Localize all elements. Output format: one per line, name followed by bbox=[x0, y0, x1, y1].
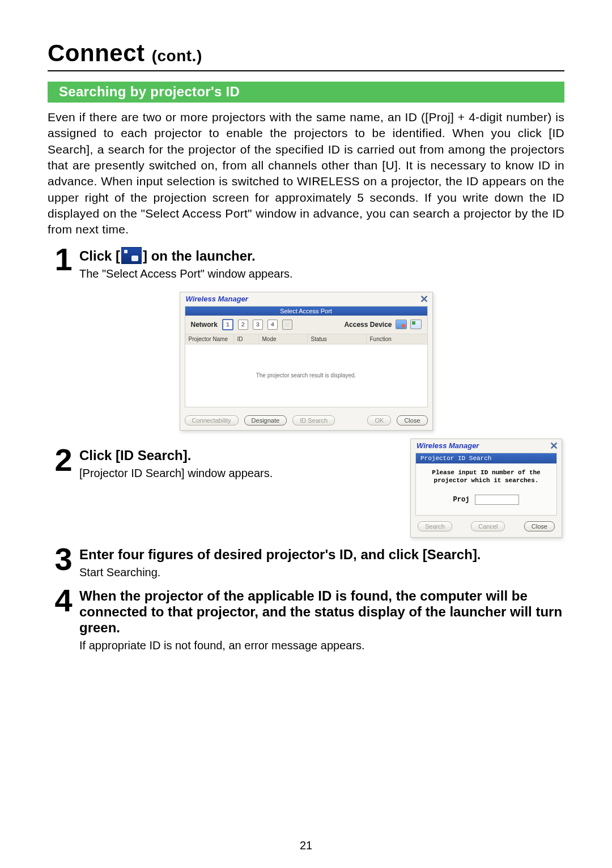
close-icon[interactable]: ✕ bbox=[418, 293, 431, 305]
step-3: 3 Enter four figures of desired projecto… bbox=[48, 546, 564, 579]
intro-paragraph: Even if there are two or more projectors… bbox=[48, 109, 564, 238]
sap-button-row: Connectability Designate ID Search OK Cl… bbox=[180, 412, 432, 430]
sap-network-row: Network 1 2 3 4 U Access Device bbox=[185, 316, 427, 334]
pid-input-row: Proj bbox=[416, 487, 556, 515]
page-number: 21 bbox=[300, 839, 312, 852]
pid-titlebar: Wireless Manager ✕ bbox=[411, 439, 562, 453]
step-4-head: When the projector of the applicable ID … bbox=[79, 588, 564, 636]
step-number-1: 1 bbox=[48, 246, 79, 273]
sap-pane-title: Select Access Port bbox=[185, 307, 427, 316]
sap-access-device-right: Access Device bbox=[344, 320, 421, 329]
step-1-body: Click [] on the launcher. The "Select Ac… bbox=[79, 246, 564, 280]
col-id: ID bbox=[234, 334, 259, 344]
col-function: Function bbox=[367, 334, 418, 344]
select-access-port-window: Wireless Manager ✕ Select Access Port Ne… bbox=[180, 292, 433, 431]
title-main: Connect bbox=[48, 40, 145, 66]
projector-id-field[interactable] bbox=[475, 495, 519, 505]
access-device-label: Access Device bbox=[344, 321, 392, 329]
step-3-desc: Start Searching. bbox=[79, 566, 564, 579]
step-2-desc: [Projector ID Search] window appears. bbox=[79, 467, 399, 480]
sap-pane: Select Access Port Network 1 2 3 4 U Acc… bbox=[185, 306, 428, 407]
pid-pane-title: Projector ID Search bbox=[416, 453, 556, 463]
step-4-desc: If appropriate ID is not found, an error… bbox=[79, 639, 564, 652]
pid-manager-label: Wireless Manager bbox=[416, 441, 479, 450]
access-device-a-icon[interactable] bbox=[396, 320, 407, 329]
step-1: 1 Click [] on the launcher. The "Select … bbox=[48, 246, 564, 280]
title-cont: (cont.) bbox=[152, 47, 202, 65]
launcher-icon bbox=[121, 247, 142, 264]
step-4: 4 When the projector of the applicable I… bbox=[48, 587, 564, 652]
pid-proj-label: Proj bbox=[453, 496, 470, 504]
channel-2-button[interactable]: 2 bbox=[238, 320, 248, 330]
step-1-head-prefix: Click [ bbox=[79, 248, 120, 263]
section-header: Searching by projector's ID bbox=[48, 82, 564, 103]
step-2-head: Click [ID Search]. bbox=[79, 448, 399, 463]
close-button[interactable]: Close bbox=[397, 415, 427, 426]
ok-button[interactable]: OK bbox=[367, 415, 391, 426]
col-projector-name: Projector Name bbox=[185, 334, 234, 344]
step-number-4: 4 bbox=[48, 587, 79, 614]
col-mode: Mode bbox=[259, 334, 308, 344]
designate-button[interactable]: Designate bbox=[244, 415, 287, 426]
step-2-left: 2 Click [ID Search]. [Projector ID Searc… bbox=[48, 439, 399, 484]
sap-table-body: The projector search result is displayed… bbox=[185, 344, 427, 407]
title-divider bbox=[48, 70, 564, 71]
access-device-b-icon[interactable] bbox=[410, 320, 422, 329]
step-1-desc: The "Select Access Port" window appears. bbox=[79, 267, 564, 280]
page-title: Connect (cont.) bbox=[48, 40, 564, 67]
pid-instruction-message: Please input ID number of the projector … bbox=[416, 463, 556, 487]
step-number-3: 3 bbox=[48, 546, 79, 573]
sap-table-header: Projector Name ID Mode Status Function bbox=[185, 334, 427, 344]
channel-4-button[interactable]: 4 bbox=[267, 320, 278, 330]
col-status: Status bbox=[308, 334, 367, 344]
sap-titlebar: Wireless Manager ✕ bbox=[180, 292, 432, 306]
step-1-head-suffix: ] on the launcher. bbox=[143, 248, 256, 263]
step-1-head: Click [] on the launcher. bbox=[79, 247, 564, 264]
step-2-row: 2 Click [ID Search]. [Projector ID Searc… bbox=[48, 439, 564, 538]
connectability-button[interactable]: Connectability bbox=[185, 415, 239, 426]
step-number-2: 2 bbox=[48, 446, 79, 474]
step-2-body: Click [ID Search]. [Projector ID Search]… bbox=[79, 446, 399, 480]
pid-button-row: Search Cancel Close bbox=[411, 520, 562, 537]
step-2: 2 Click [ID Search]. [Projector ID Searc… bbox=[48, 446, 399, 480]
step-2-right: Wireless Manager ✕ Projector ID Search P… bbox=[410, 439, 564, 538]
channel-u-button[interactable]: U bbox=[282, 320, 292, 330]
sap-network-left: Network 1 2 3 4 U bbox=[191, 319, 292, 330]
sap-manager-label: Wireless Manager bbox=[186, 295, 248, 303]
search-button[interactable]: Search bbox=[418, 521, 452, 531]
close-button-pid[interactable]: Close bbox=[524, 521, 555, 531]
id-search-button[interactable]: ID Search bbox=[292, 415, 335, 426]
cancel-button[interactable]: Cancel bbox=[471, 521, 505, 531]
step-3-head: Enter four figures of desired projector'… bbox=[79, 547, 564, 563]
manual-page: Connect (cont.) Searching by projector's… bbox=[0, 0, 612, 868]
close-icon[interactable]: ✕ bbox=[547, 440, 560, 452]
projector-id-search-window: Wireless Manager ✕ Projector ID Search P… bbox=[410, 439, 562, 538]
network-label: Network bbox=[191, 321, 218, 329]
channel-3-button[interactable]: 3 bbox=[253, 320, 263, 330]
step-3-body: Enter four figures of desired projector'… bbox=[79, 546, 564, 579]
step-4-body: When the projector of the applicable ID … bbox=[79, 587, 564, 652]
sap-empty-message: The projector search result is displayed… bbox=[256, 372, 356, 378]
channel-1-button[interactable]: 1 bbox=[222, 319, 233, 330]
pid-pane: Projector ID Search Please input ID numb… bbox=[415, 453, 557, 516]
